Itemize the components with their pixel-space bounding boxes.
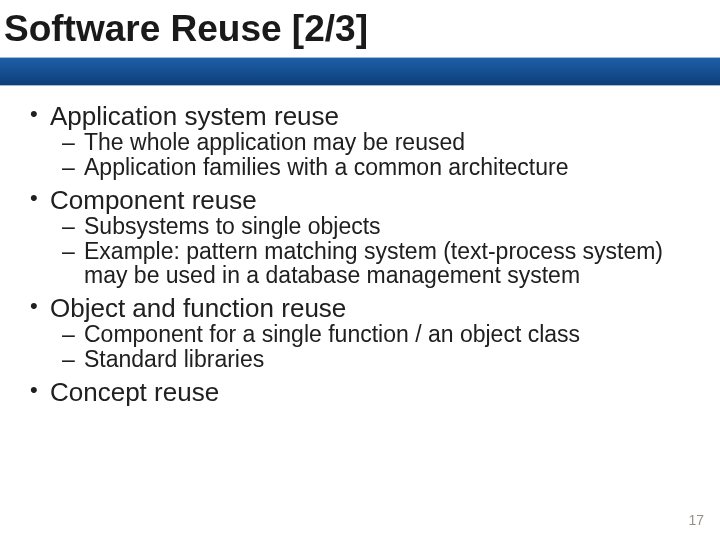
- bullet-sublist: The whole application may be reused Appl…: [50, 130, 700, 180]
- slide-body: Application system reuse The whole appli…: [0, 86, 720, 406]
- bullet-text: Concept reuse: [50, 377, 219, 407]
- list-item: Standard libraries: [58, 347, 700, 372]
- list-item: Concept reuse: [28, 378, 700, 406]
- title-region: Software Reuse [2/3]: [0, 0, 720, 86]
- bullet-text: Application families with a common archi…: [84, 154, 568, 180]
- slide: Software Reuse [2/3] Application system …: [0, 0, 720, 540]
- bullet-text: Example: pattern matching system (text-p…: [84, 238, 663, 289]
- list-item: Application system reuse The whole appli…: [28, 102, 700, 180]
- bullet-list: Application system reuse The whole appli…: [28, 102, 700, 406]
- bullet-sublist: Component for a single function / an obj…: [50, 322, 700, 372]
- bullet-text: Object and function reuse: [50, 293, 346, 323]
- bullet-text: Component for a single function / an obj…: [84, 321, 580, 347]
- list-item: Subsystems to single objects: [58, 214, 700, 239]
- list-item: Object and function reuse Component for …: [28, 294, 700, 372]
- list-item: The whole application may be reused: [58, 130, 700, 155]
- page-number: 17: [688, 512, 704, 528]
- list-item: Component for a single function / an obj…: [58, 322, 700, 347]
- list-item: Application families with a common archi…: [58, 155, 700, 180]
- bullet-sublist: Subsystems to single objects Example: pa…: [50, 214, 700, 288]
- list-item: Example: pattern matching system (text-p…: [58, 239, 700, 289]
- bullet-text: Application system reuse: [50, 101, 339, 131]
- bullet-text: Subsystems to single objects: [84, 213, 381, 239]
- title-band: [0, 57, 720, 86]
- slide-title: Software Reuse [2/3]: [4, 8, 368, 50]
- bullet-text: Standard libraries: [84, 346, 264, 372]
- list-item: Component reuse Subsystems to single obj…: [28, 186, 700, 289]
- bullet-text: Component reuse: [50, 185, 257, 215]
- bullet-text: The whole application may be reused: [84, 129, 465, 155]
